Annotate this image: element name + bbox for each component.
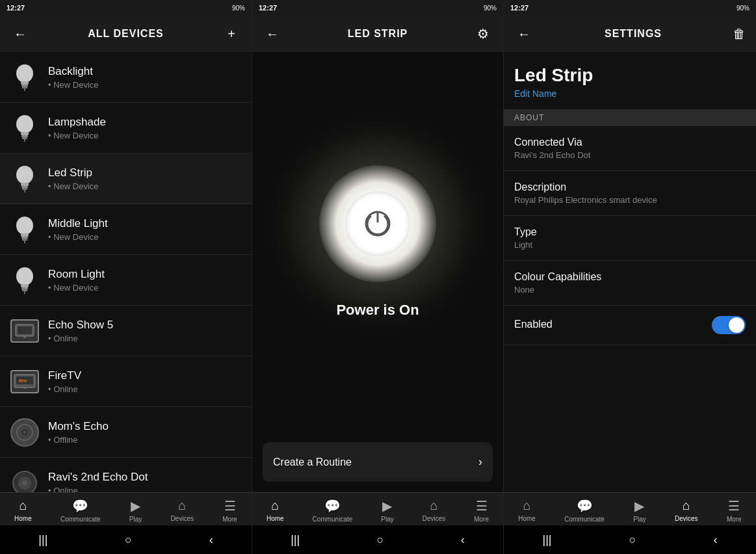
android-back-left[interactable]: ‹ bbox=[209, 533, 213, 547]
all-devices-panel: 12:27 90% ← ALL DEVICES + Backlight New … bbox=[0, 0, 252, 554]
create-routine-card[interactable]: Create a Routine › bbox=[263, 442, 493, 482]
edit-name-link[interactable]: Edit Name bbox=[514, 88, 746, 99]
nav-more-left[interactable]: ☰ More bbox=[222, 498, 237, 523]
settings-label-type: Type bbox=[514, 226, 746, 238]
nav-home-left[interactable]: ⌂ Home bbox=[14, 498, 32, 523]
status-time-middle: 12:27 bbox=[259, 4, 277, 12]
power-glow[interactable] bbox=[319, 165, 436, 282]
device-item-firetv[interactable]: fire FireTV Online bbox=[0, 356, 252, 407]
settings-row-info-connected-via: Connected Via Ravi's 2nd Echo Dot bbox=[514, 137, 746, 160]
device-name-moms-echo: Mom's Echo bbox=[48, 420, 109, 433]
nav-play-left[interactable]: ▶ Play bbox=[129, 498, 142, 523]
nav-home-label-left: Home bbox=[14, 515, 32, 522]
android-menu-left[interactable]: ||| bbox=[38, 533, 47, 547]
device-list: Backlight New Device Lampshade New Devic… bbox=[0, 52, 252, 492]
routine-section: Create a Routine › bbox=[252, 432, 503, 492]
device-status-led-strip: New Device bbox=[48, 181, 99, 191]
device-item-backlight[interactable]: Backlight New Device bbox=[0, 52, 252, 103]
status-bar-left: 12:27 90% bbox=[0, 0, 252, 16]
nav-home-right[interactable]: ⌂ Home bbox=[518, 498, 536, 523]
back-icon-right[interactable]: ← bbox=[514, 27, 534, 42]
nav-home-middle[interactable]: ⌂ Home bbox=[267, 498, 284, 523]
device-icon-ravis-echo: ○ bbox=[10, 469, 39, 493]
bottom-nav-right: ⌂ Home 💬 Communicate ▶ Play ⌂ Devices ☰ … bbox=[504, 492, 756, 525]
svg-point-20 bbox=[16, 267, 33, 285]
device-icon-room-light bbox=[10, 266, 39, 295]
device-icon-echo-show bbox=[10, 317, 39, 345]
device-item-led-strip[interactable]: Led Strip New Device bbox=[0, 153, 252, 204]
nav-play-right[interactable]: ▶ Play bbox=[633, 498, 645, 523]
svg-point-5 bbox=[16, 115, 33, 133]
device-item-moms-echo[interactable]: Mom's Echo Offline bbox=[0, 407, 252, 458]
device-item-echo-show[interactable]: Echo Show 5 Online bbox=[0, 306, 252, 356]
device-icon-lampshade bbox=[10, 114, 39, 142]
device-name-room-light: Room Light bbox=[48, 268, 105, 281]
svg-rect-6 bbox=[21, 132, 29, 135]
settings-value-description: Royal Philips Electronics smart device bbox=[514, 195, 746, 205]
device-icon-firetv: fire bbox=[10, 367, 39, 396]
device-name-backlight: Backlight bbox=[48, 65, 99, 78]
svg-point-10 bbox=[16, 166, 33, 184]
trash-button[interactable]: 🗑 bbox=[733, 27, 746, 42]
android-home-middle[interactable]: ○ bbox=[377, 533, 384, 547]
status-battery-left: 90% bbox=[232, 5, 245, 12]
routine-label: Create a Routine bbox=[273, 456, 352, 468]
device-item-lampshade[interactable]: Lampshade New Device bbox=[0, 103, 252, 153]
settings-row-info-description: Description Royal Philips Electronics sm… bbox=[514, 181, 746, 205]
settings-icon-middle[interactable]: ⚙ bbox=[473, 26, 493, 42]
settings-device-name: Led Strip bbox=[514, 65, 746, 86]
settings-row-info-colour: Colour Capabilities None bbox=[514, 271, 746, 295]
android-home-left[interactable]: ○ bbox=[125, 533, 132, 547]
device-name-middle-light: Middle Light bbox=[48, 217, 108, 230]
device-name-led-strip: Led Strip bbox=[48, 166, 99, 179]
settings-row-type: Type Light bbox=[504, 216, 756, 261]
nav-communicate-left[interactable]: 💬 Communicate bbox=[60, 498, 101, 523]
device-item-middle-light[interactable]: Middle Light New Device bbox=[0, 204, 252, 255]
nav-more-middle[interactable]: ☰ More bbox=[474, 498, 489, 523]
svg-rect-1 bbox=[21, 81, 29, 85]
nav-devices-left[interactable]: ⌂ Devices bbox=[170, 498, 194, 523]
device-info-moms-echo: Mom's Echo Offline bbox=[48, 420, 109, 445]
back-icon-middle[interactable]: ← bbox=[263, 27, 282, 42]
svg-point-34 bbox=[23, 431, 26, 434]
android-nav-left: ||| ○ ‹ bbox=[0, 525, 252, 554]
nav-more-label-left: More bbox=[222, 516, 237, 523]
back-icon-left[interactable]: ← bbox=[10, 27, 30, 42]
svg-point-37 bbox=[22, 481, 27, 486]
add-device-icon[interactable]: + bbox=[222, 27, 241, 42]
nav-devices-label-middle: Devices bbox=[423, 515, 446, 522]
nav-devices-middle[interactable]: ⌂ Devices bbox=[423, 498, 446, 523]
device-status-firetv: Online bbox=[48, 384, 81, 394]
settings-value-colour: None bbox=[514, 285, 746, 295]
device-name-lampshade: Lampshade bbox=[48, 116, 106, 129]
nav-devices-right[interactable]: ⌂ Devices bbox=[675, 498, 698, 523]
communicate-icon-right: 💬 bbox=[577, 498, 593, 514]
android-home-right[interactable]: ○ bbox=[629, 533, 636, 547]
android-back-middle[interactable]: ‹ bbox=[461, 533, 465, 547]
settings-panel: 12:27 90% ← SETTINGS 🗑 Led Strip Edit Na… bbox=[504, 0, 756, 554]
nav-play-middle[interactable]: ▶ Play bbox=[381, 498, 393, 523]
nav-play-label-middle: Play bbox=[381, 516, 393, 523]
settings-title-area: Led Strip Edit Name bbox=[504, 52, 756, 109]
trash-icon: 🗑 bbox=[733, 27, 746, 42]
device-info-room-light: Room Light New Device bbox=[48, 268, 105, 293]
device-item-ravis-echo[interactable]: ○ Ravi's 2nd Echo Dot Online bbox=[0, 458, 252, 492]
android-back-right[interactable]: ‹ bbox=[713, 533, 717, 547]
device-info-ravis-echo: Ravi's 2nd Echo Dot Online bbox=[48, 471, 148, 493]
android-menu-middle[interactable]: ||| bbox=[291, 533, 300, 547]
enabled-toggle[interactable] bbox=[712, 316, 746, 334]
device-name-ravis-echo: Ravi's 2nd Echo Dot bbox=[48, 471, 148, 484]
power-button[interactable] bbox=[345, 191, 410, 256]
status-battery-right: 90% bbox=[736, 5, 749, 12]
settings-label-enabled: Enabled bbox=[514, 319, 712, 330]
nav-more-right[interactable]: ☰ More bbox=[727, 498, 742, 523]
led-strip-header: ← LED STRIP ⚙ bbox=[252, 16, 503, 52]
android-menu-right[interactable]: ||| bbox=[543, 533, 552, 547]
device-info-backlight: Backlight New Device bbox=[48, 65, 99, 90]
device-item-room-light[interactable]: Room Light New Device bbox=[0, 255, 252, 306]
svg-rect-18 bbox=[22, 239, 27, 241]
settings-row-info-enabled: Enabled bbox=[514, 319, 712, 332]
nav-communicate-middle[interactable]: 💬 Communicate bbox=[313, 498, 353, 523]
android-nav-middle: ||| ○ ‹ bbox=[252, 525, 503, 554]
nav-communicate-right[interactable]: 💬 Communicate bbox=[564, 498, 605, 523]
